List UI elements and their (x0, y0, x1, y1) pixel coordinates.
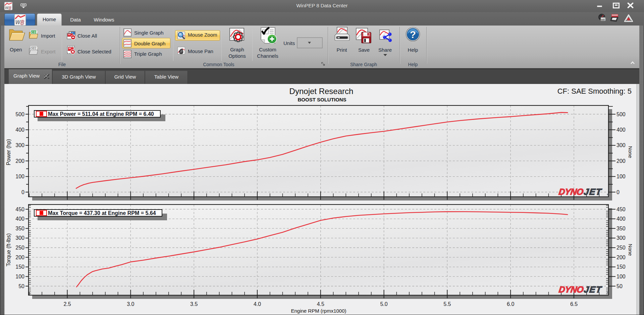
svg-text:8: 8 (9, 5, 11, 11)
svg-text:100: 100 (15, 274, 24, 279)
svg-text:JET: JET (583, 284, 602, 295)
svg-text:5.5: 5.5 (443, 301, 451, 307)
svg-text:400: 400 (15, 127, 24, 133)
svg-text:BOOST SOLUTIONS: BOOST SOLUTIONS (298, 97, 346, 102)
svg-text:0: 0 (21, 189, 24, 195)
svg-text:None: None (628, 244, 633, 256)
svg-text:Torque (ft-lbs): Torque (ft-lbs) (6, 233, 11, 267)
svg-text:W: W (15, 19, 21, 25)
svg-text:2.5: 2.5 (63, 301, 71, 307)
svg-text:250: 250 (15, 245, 24, 251)
svg-text:DYNO: DYNO (558, 187, 584, 197)
svg-text:300: 300 (15, 235, 24, 241)
svg-text:CSV: CSV (32, 31, 38, 34)
svg-text:0: 0 (616, 189, 620, 195)
svg-text:400: 400 (616, 127, 626, 133)
svg-text:6.0: 6.0 (507, 301, 514, 307)
svg-text:100: 100 (15, 174, 24, 179)
svg-text:8: 8 (20, 19, 24, 26)
svg-text:Power (hp): Power (hp) (6, 139, 11, 165)
svg-text:500: 500 (15, 111, 24, 117)
svg-text:300: 300 (15, 142, 24, 148)
svg-text:150: 150 (15, 264, 24, 270)
svg-text:100: 100 (616, 174, 626, 179)
svg-text:None: None (628, 146, 633, 158)
svg-text:4.0: 4.0 (254, 301, 261, 307)
svg-text:Dynojet Research: Dynojet Research (289, 87, 354, 96)
svg-text:DYNO: DYNO (558, 284, 584, 295)
svg-text:500: 500 (616, 111, 626, 117)
svg-text:200: 200 (15, 158, 24, 164)
svg-text:50: 50 (18, 283, 24, 289)
svg-text:6.5: 6.5 (570, 301, 578, 307)
svg-text:4.5: 4.5 (317, 301, 324, 307)
svg-text:3.5: 3.5 (190, 301, 198, 307)
svg-text:Engine RPM (rpmx1000): Engine RPM (rpmx1000) (291, 308, 346, 314)
svg-text:Max Power = 511.04 at Engine R: Max Power = 511.04 at Engine RPM = 6.40 (48, 111, 154, 117)
svg-text:100: 100 (616, 274, 626, 279)
svg-text:350: 350 (616, 226, 626, 231)
svg-text:400: 400 (616, 216, 626, 222)
svg-text:450: 450 (616, 207, 626, 212)
svg-text:5.0: 5.0 (380, 301, 387, 307)
svg-text:350: 350 (15, 226, 24, 231)
svg-text:450: 450 (15, 207, 24, 212)
svg-text:w8: w8 (601, 18, 605, 21)
svg-text:150: 150 (616, 264, 626, 270)
svg-text:200: 200 (616, 158, 626, 164)
svg-text:3.0: 3.0 (127, 301, 134, 307)
svg-text:50: 50 (616, 283, 623, 289)
svg-text:Max Torque = 437.30 at Engine: Max Torque = 437.30 at Engine RPM = 5.64 (48, 210, 156, 216)
svg-text:JET: JET (583, 187, 602, 197)
svg-text:200: 200 (15, 255, 24, 260)
svg-text:CSV: CSV (32, 47, 38, 50)
svg-text:250: 250 (616, 245, 626, 251)
svg-text:200: 200 (616, 255, 626, 260)
svg-text:CF: SAE Smoothing: 5: CF: SAE Smoothing: 5 (557, 87, 632, 95)
svg-text:400: 400 (15, 216, 24, 222)
svg-text:300: 300 (616, 142, 626, 148)
svg-text:300: 300 (616, 235, 626, 241)
svg-text:?: ? (410, 29, 416, 40)
